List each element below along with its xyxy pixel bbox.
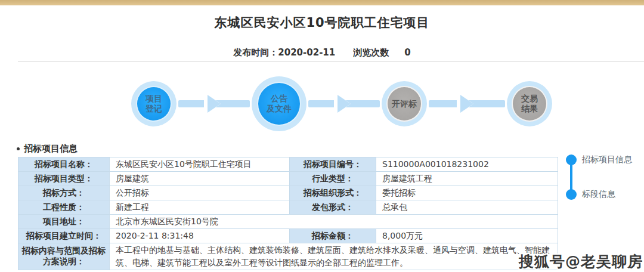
arrow-right-outline-icon [457, 92, 473, 116]
step-connector [308, 100, 380, 107]
header-divider [18, 61, 644, 62]
publish-meta: 发布时间：2020-02-11浏览次数0 [0, 47, 644, 58]
step-circle-face: 公告及文件 [257, 82, 301, 126]
field-label: 招标内容与范围及招标方案说明： [18, 243, 110, 270]
arrow-right-outline-icon [334, 92, 351, 116]
timeline-item-label[interactable]: 招标项目信息 [582, 154, 632, 165]
field-label: 招标项目类型： [18, 172, 110, 186]
field-value: 总承包 [376, 200, 558, 215]
step-circle-face: 交易结果 [512, 86, 547, 122]
views-count: 0 [404, 47, 410, 58]
views-label: 浏览次数 [353, 47, 389, 58]
section-header-bid-project-info: 招标项目信息 [17, 143, 78, 154]
field-label: 招标金额： [290, 229, 376, 243]
timeline-dot-icon[interactable] [566, 154, 577, 165]
field-value: 房屋建筑工程 [376, 172, 558, 186]
step-label-line: 项目 [145, 94, 162, 104]
step-1-circle: 项目登记 [131, 81, 177, 126]
bid-project-info-table: 招标项目名称：东城区民安小区10号院职工住宅项目招标项目编号：S110000A0… [18, 157, 558, 270]
field-value: 北京市东城区民安街10号院 [110, 215, 558, 229]
field-value: 东城区民安小区10号院职工住宅项目 [110, 157, 290, 172]
step-label-line: 开评标 [392, 99, 417, 109]
field-value: 房屋建筑 [110, 172, 290, 186]
step-circle-face: 开评标 [386, 86, 422, 122]
arrow-right-icon [338, 95, 351, 113]
table-row: 招标项目建立时间：2020-2-11 8:31:48招标金额：8,000万元 [18, 229, 558, 243]
field-value: 本工程中的地基与基础、主体结构、建筑装饰装修、建筑屋面、建筑给水排水及采暖、通风… [110, 243, 558, 270]
field-label: 行业类型： [290, 172, 376, 186]
step-label-line: 交易 [521, 94, 538, 104]
timeline-item-label[interactable]: 标段信息 [582, 189, 615, 200]
field-label: 项目地址： [18, 215, 110, 229]
section-title: 招标项目信息 [24, 143, 78, 154]
step-connector [178, 100, 250, 107]
bullet-icon [17, 147, 20, 150]
field-label: 招标组织形式： [290, 186, 376, 200]
step-label-line: 登记 [145, 104, 162, 114]
publish-time-label: 发布时间： [233, 47, 278, 58]
bidding-project-page: 东城区民安小区10号院职工住宅项目 发布时间：2020-02-11浏览次数0 项… [0, 0, 644, 272]
field-label: 招标项目名称： [18, 157, 110, 172]
step-2-circle: 公告及文件 [252, 76, 306, 131]
step-4-circle: 交易结果 [507, 81, 552, 126]
top-accent-bar [0, 0, 644, 5]
table-row: 招标内容与范围及招标方案说明：本工程中的地基与基础、主体结构、建筑装饰装修、建筑… [18, 243, 558, 270]
timeline-dot-icon[interactable] [566, 189, 577, 200]
table-row: 招标方式：公开招标招标组织形式：委托招标 [18, 186, 558, 200]
table-row: 招标项目名称：东城区民安小区10号院职工住宅项目招标项目编号：S110000A0… [18, 157, 558, 172]
field-value: 8,000万元 [376, 229, 558, 243]
arrow-right-icon [460, 95, 473, 113]
step-label-line: 公告 [271, 94, 287, 104]
page-title: 东城区民安小区10号院职工住宅项目 [0, 14, 644, 31]
step-circle-face: 项目登记 [136, 86, 172, 122]
table-row: 工程性质：新建工程发包形式：总承包 [18, 200, 558, 215]
table-row: 项目地址：北京市东城区民安街10号院 [18, 215, 558, 229]
field-label: 工程性质： [18, 200, 110, 215]
field-value: 公开招标 [110, 186, 290, 200]
field-label: 发包形式： [290, 200, 376, 215]
field-value: 委托招标 [376, 186, 558, 200]
step-label-line: 及文件 [267, 104, 292, 114]
arrow-right-icon [208, 95, 221, 113]
field-value: 新建工程 [110, 200, 290, 215]
field-label: 招标项目编号： [290, 157, 376, 172]
step-label-line: 结果 [521, 104, 538, 114]
table-row: 招标项目类型：房屋建筑行业类型：房屋建筑工程 [18, 172, 558, 186]
field-label: 招标项目建立时间： [18, 229, 110, 243]
field-label: 招标方式： [18, 186, 110, 200]
arrow-right-outline-icon [204, 92, 221, 116]
step-connector [429, 100, 505, 107]
watermark: 搜狐号@老吴聊房 [519, 252, 643, 271]
field-value: 2020-2-11 8:31:48 [110, 229, 290, 243]
field-value: S110000A001018231002 [376, 157, 558, 172]
publish-date: 2020-02-11 [278, 47, 335, 58]
step-3-circle: 开评标 [382, 81, 427, 126]
